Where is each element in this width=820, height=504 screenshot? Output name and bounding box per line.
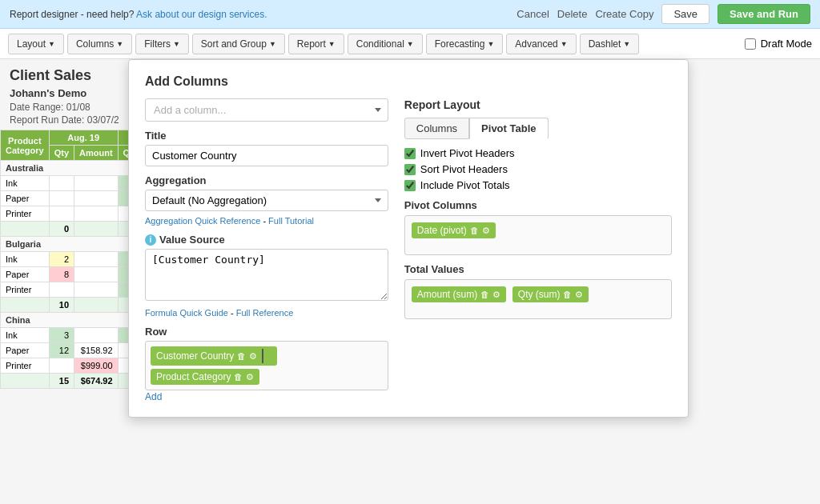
report-layout: Report Layout Columns Pivot Table Invert… bbox=[404, 98, 672, 319]
toolbar: Layout ▼ Columns ▼ Filters ▼ Sort and Gr… bbox=[0, 29, 820, 59]
aggregation-select[interactable]: Default (No Aggregation) Sum Count Avera… bbox=[145, 190, 388, 211]
checkbox-sort-pivot: Sort Pivot Headers bbox=[404, 163, 672, 175]
gear-icon[interactable]: ⚙ bbox=[249, 351, 257, 362]
checkbox-invert-pivot: Invert Pivot Headers bbox=[404, 147, 672, 159]
gear-icon[interactable]: ⚙ bbox=[575, 290, 583, 300]
report-layout-title: Report Layout bbox=[404, 98, 672, 111]
right-column: Report Layout Columns Pivot Table Invert… bbox=[404, 98, 672, 402]
pivot-columns-label: Pivot Columns bbox=[404, 199, 672, 211]
left-column: Add a column... Title Aggregation Defaul… bbox=[145, 98, 388, 402]
pivot-columns-box: Date (pivot) 🗑 ⚙ bbox=[404, 215, 672, 255]
row-tags: Customer Country 🗑 ⚙ Product Category 🗑 … bbox=[145, 341, 388, 390]
total-values-box: Amount (sum) 🗑 ⚙ Qty (sum) 🗑 ⚙ bbox=[404, 279, 672, 319]
checkbox-include-totals: Include Pivot Totals bbox=[404, 179, 672, 191]
aggregation-quick-ref-link[interactable]: Aggregation Quick Reference bbox=[145, 216, 260, 226]
delete-link[interactable]: Delete bbox=[557, 8, 588, 20]
toolbar-layout[interactable]: Layout ▼ bbox=[8, 34, 64, 54]
toolbar-report[interactable]: Report ▼ bbox=[288, 34, 344, 54]
cancel-link[interactable]: Cancel bbox=[517, 8, 549, 20]
save-and-run-button[interactable]: Save and Run bbox=[718, 4, 810, 24]
title-label: Title bbox=[145, 130, 388, 142]
gear-icon[interactable]: ⚙ bbox=[492, 290, 500, 300]
chevron-down-icon: ▼ bbox=[116, 40, 123, 48]
value-source-label: i Value Source bbox=[145, 234, 388, 246]
toolbar-dashlet[interactable]: Dashlet ▼ bbox=[580, 34, 640, 54]
row-section: Row Customer Country 🗑 ⚙ Product Categor… bbox=[145, 326, 388, 402]
draft-mode-checkbox[interactable] bbox=[745, 38, 756, 50]
invert-pivot-checkbox[interactable] bbox=[404, 148, 416, 159]
include-totals-checkbox[interactable] bbox=[404, 180, 416, 191]
main-area: Client Sales Johann's Demo Date Range: 0… bbox=[0, 59, 820, 504]
top-banner: Report designer - need help? Ask about o… bbox=[0, 0, 820, 29]
gear-icon[interactable]: ⚙ bbox=[246, 372, 254, 382]
gear-icon[interactable]: ⚙ bbox=[482, 226, 490, 236]
full-tutorial-link[interactable]: Full Tutorial bbox=[268, 216, 314, 226]
toolbar-filters[interactable]: Filters ▼ bbox=[135, 34, 189, 54]
banner-actions: Cancel Delete Create Copy Save Save and … bbox=[517, 4, 810, 24]
toolbar-columns[interactable]: Columns ▼ bbox=[67, 34, 132, 54]
add-column-select[interactable]: Add a column... bbox=[145, 98, 388, 122]
row-tag-customer-country[interactable]: Customer Country 🗑 ⚙ bbox=[151, 346, 277, 366]
aggregation-label: Aggregation bbox=[145, 174, 388, 186]
col-aug19: Aug. 19 bbox=[49, 130, 118, 146]
chevron-down-icon: ▼ bbox=[269, 40, 276, 48]
chevron-down-icon: ▼ bbox=[407, 40, 414, 48]
col-amount-aug: Amount bbox=[74, 146, 119, 161]
formula-quick-guide-link[interactable]: Formula Quick Guide bbox=[145, 308, 228, 318]
trash-icon[interactable]: 🗑 bbox=[470, 226, 479, 235]
chevron-down-icon: ▼ bbox=[48, 40, 55, 48]
trash-icon[interactable]: 🗑 bbox=[480, 290, 489, 299]
trash-icon[interactable]: 🗑 bbox=[237, 351, 246, 361]
chevron-down-icon: ▼ bbox=[487, 40, 494, 48]
toolbar-sort-group[interactable]: Sort and Group ▼ bbox=[192, 34, 285, 54]
add-columns-panel: Add Columns Add a column... Title Aggreg… bbox=[128, 59, 689, 418]
value-source-textarea[interactable]: [Customer Country] bbox=[145, 249, 388, 301]
chevron-down-icon: ▼ bbox=[173, 40, 180, 48]
row-tag-product-category[interactable]: Product Category 🗑 ⚙ bbox=[151, 369, 259, 385]
total-values-label: Total Values bbox=[404, 263, 672, 275]
tab-pivot-table[interactable]: Pivot Table bbox=[469, 118, 548, 139]
save-button[interactable]: Save bbox=[661, 4, 709, 24]
cursor-indicator bbox=[262, 349, 271, 363]
layout-tabs: Columns Pivot Table bbox=[404, 118, 672, 139]
design-services-link[interactable]: Ask about our design services. bbox=[136, 9, 267, 20]
banner-text: Report designer - need help? Ask about o… bbox=[10, 9, 267, 20]
row-label: Row bbox=[145, 326, 388, 338]
tab-columns[interactable]: Columns bbox=[404, 118, 469, 139]
pivot-tag-date[interactable]: Date (pivot) 🗑 ⚙ bbox=[412, 222, 496, 238]
panel-two-col: Add a column... Title Aggregation Defaul… bbox=[145, 98, 672, 402]
chevron-down-icon: ▼ bbox=[561, 40, 568, 48]
draft-mode-toggle: Draft Mode bbox=[745, 38, 812, 50]
full-reference-link[interactable]: Full Reference bbox=[236, 308, 294, 318]
total-tag-qty[interactable]: Qty (sum) 🗑 ⚙ bbox=[512, 286, 589, 302]
chevron-down-icon: ▼ bbox=[328, 40, 336, 48]
total-tag-amount[interactable]: Amount (sum) 🗑 ⚙ bbox=[412, 286, 506, 302]
toolbar-conditional[interactable]: Conditional ▼ bbox=[348, 34, 423, 54]
title-input[interactable] bbox=[145, 145, 388, 166]
sort-pivot-checkbox[interactable] bbox=[404, 164, 416, 175]
trash-icon[interactable]: 🗑 bbox=[563, 290, 572, 299]
toolbar-advanced[interactable]: Advanced ▼ bbox=[506, 34, 576, 54]
info-icon: i bbox=[145, 234, 156, 246]
toolbar-forecasting[interactable]: Forecasting ▼ bbox=[426, 34, 504, 54]
trash-icon[interactable]: 🗑 bbox=[234, 372, 243, 382]
create-copy-link[interactable]: Create Copy bbox=[595, 8, 653, 20]
add-row-link[interactable]: Add bbox=[145, 391, 162, 402]
chevron-down-icon: ▼ bbox=[623, 40, 630, 48]
panel-title: Add Columns bbox=[145, 74, 672, 89]
col-product-category: ProductCategory bbox=[1, 130, 50, 161]
col-qty: Qty bbox=[49, 146, 74, 161]
